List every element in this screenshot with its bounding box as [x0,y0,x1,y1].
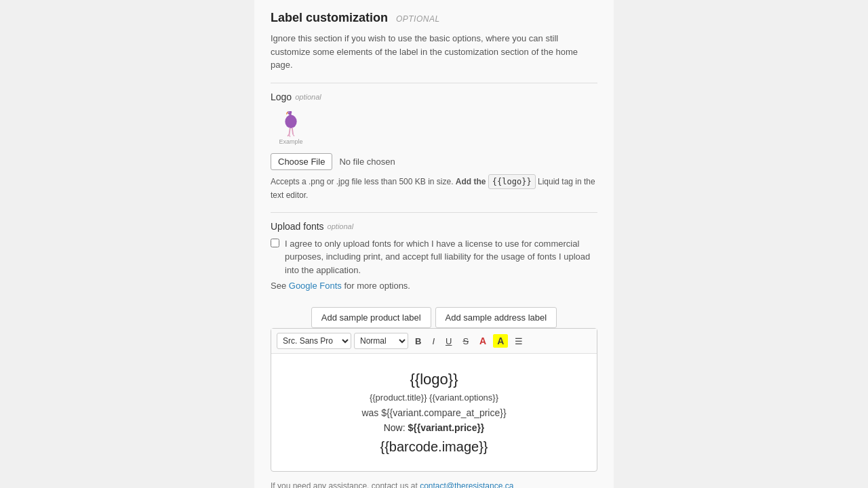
editor-line-now: Now: ${{variant.price}} [282,420,586,435]
label-editor: Src. Sans Pro Normal B I U S A A ☰ {{log… [271,328,597,472]
divider-1 [271,83,597,83]
font-color-button[interactable]: A [475,334,490,348]
upload-fonts-label: Upload fonts [271,221,324,232]
editor-line-product: {{product.title}} {{variant.options}} [282,391,586,405]
google-fonts-link[interactable]: Google Fonts [289,281,342,291]
assistance-text: If you need any assistance, contact us a… [271,481,597,488]
file-hint: Accepts a .png or .jpg file less than 50… [271,174,597,201]
assistance-label: If you need any assistance, contact us a… [271,481,418,488]
logo-preview: Example [271,108,597,146]
fonts-checkbox-row: I agree to only upload fonts for which I… [271,237,597,277]
upload-fonts-section: Upload fonts optional I agree to only up… [271,221,597,291]
now-price: ${{variant.price}} [408,422,484,433]
font-family-select[interactable]: Src. Sans Pro [277,333,351,349]
sample-buttons-row: Add sample product label Add sample addr… [271,302,597,328]
editor-toolbar: Src. Sans Pro Normal B I U S A A ☰ [271,329,597,354]
editor-line-was: was ${{variant.compare_at_price}} [282,405,586,420]
logo-optional: optional [295,93,321,101]
fonts-checkbox-label: I agree to only upload fonts for which I… [285,237,597,277]
font-highlight-button[interactable]: A [493,334,508,348]
file-hint-text: Accepts a .png or .jpg file less than 50… [271,177,453,186]
divider-2 [271,212,597,213]
now-prefix: Now: [384,422,406,433]
svg-line-3 [290,127,290,134]
editor-line-logo: {{logo}} [282,367,586,391]
bold-button[interactable]: B [411,335,425,348]
svg-point-1 [288,111,292,115]
upload-fonts-optional: optional [328,222,354,230]
logo-image-container: Example [271,108,311,145]
add-the-text: Add the [456,177,486,186]
section-description: Ignore this section if you wish to use t… [271,32,597,72]
logo-label: Logo [271,92,292,102]
assistance-email[interactable]: contact@theresistance.ca [420,481,513,488]
svg-line-5 [290,134,290,137]
svg-line-6 [292,127,293,134]
logo-field: Logo optional [271,92,597,201]
section-title: Label customization [271,11,388,24]
choose-file-button[interactable]: Choose File [271,153,332,170]
strikethrough-button[interactable]: S [458,335,473,348]
more-options-text: See Google Fonts for more options. [271,281,597,291]
text-align-button[interactable]: ☰ [511,335,527,348]
svg-line-7 [293,134,294,136]
editor-line-barcode: {{barcode.image}} [282,436,586,458]
underline-button[interactable]: U [441,335,456,348]
add-sample-address-label-button[interactable]: Add sample address label [435,307,557,328]
logo-example-text: Example [279,138,302,145]
optional-tag: OPTIONAL [396,14,440,24]
for-more-text: for more options. [344,281,410,291]
add-sample-product-label-button[interactable]: Add sample product label [311,307,431,328]
fonts-agree-checkbox[interactable] [271,239,279,247]
flamingo-icon [277,111,304,138]
see-text: See [271,281,286,291]
font-size-select[interactable]: Normal [354,333,408,349]
italic-button[interactable]: I [428,335,439,348]
file-input-row: Choose File No file chosen [271,153,597,170]
no-file-text: No file chosen [339,157,395,167]
editor-body[interactable]: {{logo}} {{product.title}} {{variant.opt… [271,354,597,471]
svg-point-2 [288,111,289,112]
liquid-tag-display: {{logo}} [488,174,536,189]
